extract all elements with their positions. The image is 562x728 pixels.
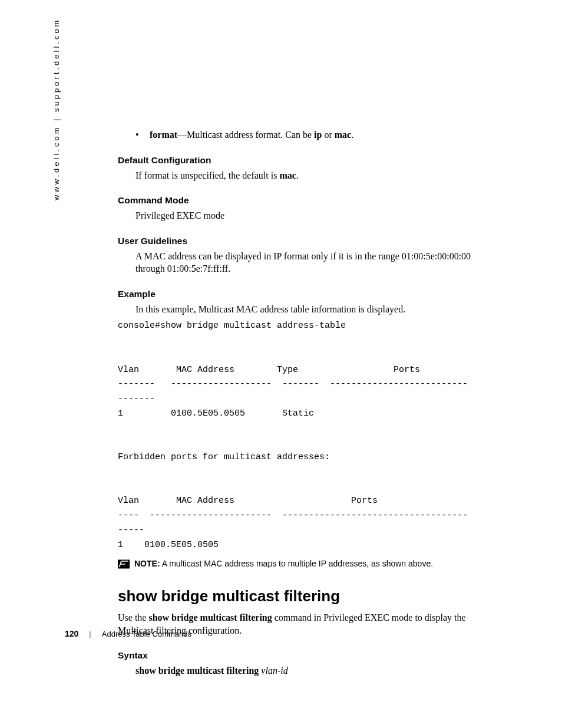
command-mode-body: Privileged EXEC mode bbox=[135, 209, 495, 222]
note-label: NOTE: bbox=[134, 559, 160, 568]
note-icon bbox=[118, 559, 130, 569]
bullet-tail: . bbox=[351, 130, 353, 140]
heading-command-title: show bridge multicast filtering bbox=[118, 586, 495, 607]
bullet-opt2: mac bbox=[335, 130, 351, 140]
note-text: NOTE: A multicast MAC address maps to mu… bbox=[134, 558, 433, 569]
heading-user-guidelines: User Guidelines bbox=[118, 235, 495, 248]
note-row: NOTE: A multicast MAC address maps to mu… bbox=[118, 558, 495, 569]
syntax-body: show bridge multicast filtering vlan-id bbox=[135, 664, 495, 677]
cmd-pre: Use the bbox=[118, 612, 148, 622]
default-configuration-body: If format is unspecified, the default is… bbox=[135, 169, 495, 182]
example-body: In this example, Multicast MAC address t… bbox=[135, 303, 495, 316]
bullet-format: format—Multicast address format. Can be … bbox=[118, 129, 495, 141]
footer-separator: | bbox=[89, 630, 91, 638]
default-cfg-pre: If format is unspecified, the default is bbox=[135, 170, 279, 180]
note-body: A multicast MAC address maps to multiple… bbox=[160, 559, 434, 568]
syntax-ital: vlan-id bbox=[261, 666, 287, 676]
footer-page-number: 120 bbox=[65, 629, 78, 638]
heading-example: Example bbox=[118, 288, 495, 301]
bullet-desc1: Multicast address format. Can be bbox=[187, 130, 314, 140]
heading-default-configuration: Default Configuration bbox=[118, 154, 495, 167]
cmd-bold: show bridge multicast filtering bbox=[148, 612, 272, 622]
bullet-sep: — bbox=[177, 130, 187, 140]
bullet-mid: or bbox=[322, 130, 334, 140]
heading-command-mode: Command Mode bbox=[118, 195, 495, 207]
heading-syntax: Syntax bbox=[118, 650, 495, 662]
page-content: format—Multicast address format. Can be … bbox=[118, 127, 495, 677]
side-url-text: www.dell.com | support.dell.com bbox=[52, 18, 61, 200]
page-footer: 120 | Address Table Commands bbox=[65, 629, 191, 638]
footer-section-title: Address Table Commands bbox=[102, 630, 191, 638]
default-cfg-bold: mac bbox=[279, 170, 296, 180]
bullet-term: format bbox=[150, 130, 177, 140]
console-output: console#show bridge multicast address-ta… bbox=[118, 319, 495, 552]
bullet-opt1: ip bbox=[314, 130, 322, 140]
default-cfg-post: . bbox=[296, 170, 299, 180]
syntax-bold: show bridge multicast filtering bbox=[135, 666, 259, 676]
user-guidelines-body: A MAC address can be displayed in IP for… bbox=[135, 250, 495, 275]
